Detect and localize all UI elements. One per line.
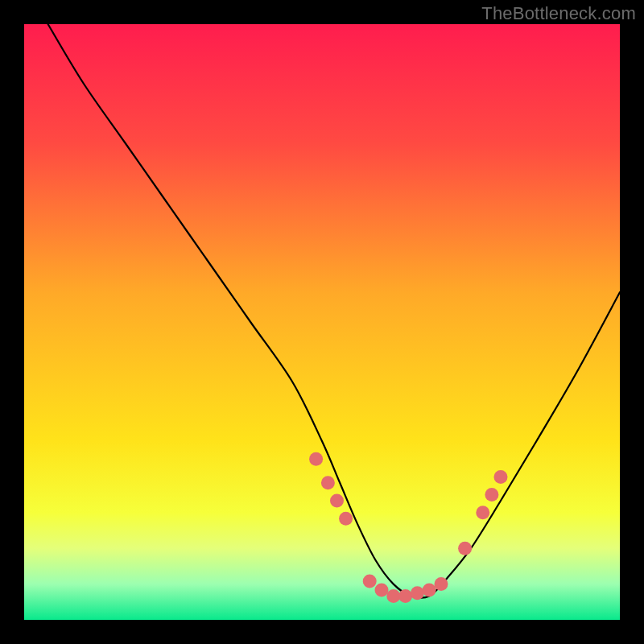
marker-dot xyxy=(363,574,377,588)
gradient-background xyxy=(24,24,620,620)
marker-dot xyxy=(476,506,489,519)
marker-dot xyxy=(386,589,400,603)
marker-dot xyxy=(494,470,508,484)
marker-dot xyxy=(321,476,335,489)
marker-dot xyxy=(485,488,498,502)
marker-dot xyxy=(411,586,424,600)
marker-dot xyxy=(309,452,323,466)
marker-dot xyxy=(435,577,448,591)
marker-dot xyxy=(458,542,472,555)
marker-dot xyxy=(398,589,412,603)
marker-dot xyxy=(339,512,353,526)
marker-dot xyxy=(375,584,389,597)
chart-stage: TheBottleneck.com xyxy=(0,0,644,644)
marker-dot xyxy=(423,584,436,597)
bottleneck-chart xyxy=(0,0,644,644)
marker-dot xyxy=(330,494,344,508)
watermark-text: TheBottleneck.com xyxy=(481,3,636,24)
